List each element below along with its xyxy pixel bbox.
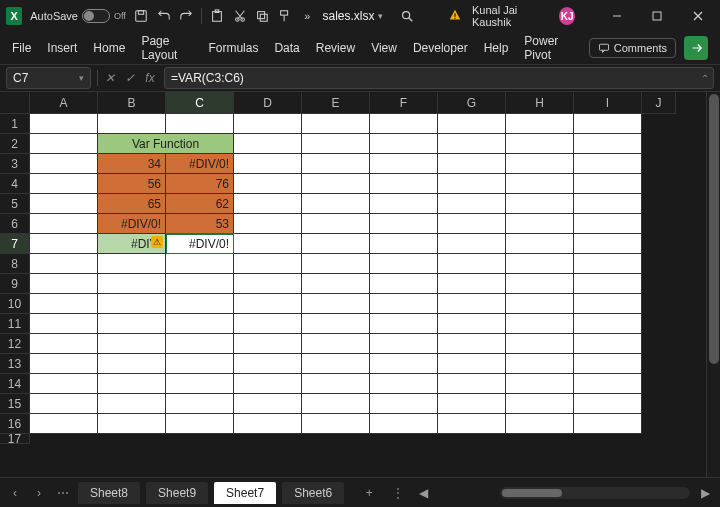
cell[interactable] — [166, 314, 234, 334]
cell[interactable] — [98, 294, 166, 314]
cell-b5[interactable]: 65 — [98, 194, 166, 214]
cell[interactable] — [438, 394, 506, 414]
enter-formula-icon[interactable]: ✓ — [122, 71, 138, 85]
cell[interactable] — [30, 234, 98, 254]
cell[interactable] — [234, 354, 302, 374]
sheet-list-icon[interactable]: ⋯ — [54, 486, 72, 500]
cell[interactable] — [438, 314, 506, 334]
share-button[interactable] — [684, 36, 708, 60]
cell[interactable] — [302, 334, 370, 354]
cell[interactable] — [234, 294, 302, 314]
cell[interactable] — [370, 194, 438, 214]
select-all-corner[interactable] — [0, 92, 30, 114]
col-header-i[interactable]: I — [574, 92, 642, 114]
col-header-f[interactable]: F — [370, 92, 438, 114]
cell[interactable] — [234, 234, 302, 254]
cell[interactable] — [98, 114, 166, 134]
copy-icon[interactable] — [255, 8, 269, 24]
row-header[interactable]: 5 — [0, 194, 30, 214]
cell[interactable] — [574, 414, 642, 434]
cell[interactable] — [370, 374, 438, 394]
cell[interactable] — [574, 354, 642, 374]
row-header[interactable]: 6 — [0, 214, 30, 234]
scroll-thumb[interactable] — [502, 489, 562, 497]
sheet-nav-next-icon[interactable]: › — [30, 486, 48, 500]
cell[interactable] — [302, 214, 370, 234]
cell[interactable] — [30, 374, 98, 394]
cell[interactable] — [506, 194, 574, 214]
cell[interactable] — [574, 114, 642, 134]
row-header[interactable]: 2 — [0, 134, 30, 154]
cell[interactable] — [234, 414, 302, 434]
name-box[interactable]: C7 ▾ — [6, 67, 91, 89]
cell[interactable] — [574, 334, 642, 354]
cell[interactable] — [30, 294, 98, 314]
row-header[interactable]: 12 — [0, 334, 30, 354]
cell[interactable] — [234, 194, 302, 214]
cell[interactable] — [506, 334, 574, 354]
col-header-g[interactable]: G — [438, 92, 506, 114]
cell-c7[interactable]: #DIV/0! — [166, 234, 234, 254]
cell[interactable] — [166, 294, 234, 314]
cell[interactable] — [302, 314, 370, 334]
sheet-tab-active[interactable]: Sheet7 — [214, 482, 276, 504]
autosave-toggle[interactable]: AutoSave Off — [30, 9, 126, 23]
cell[interactable] — [166, 374, 234, 394]
cell[interactable] — [302, 294, 370, 314]
row-header[interactable]: 1 — [0, 114, 30, 134]
row-header[interactable]: 13 — [0, 354, 30, 374]
cell[interactable] — [98, 394, 166, 414]
cell[interactable] — [574, 134, 642, 154]
cell[interactable] — [302, 254, 370, 274]
cell[interactable] — [370, 414, 438, 434]
close-button[interactable] — [682, 2, 715, 30]
cell[interactable] — [370, 134, 438, 154]
cell[interactable] — [574, 294, 642, 314]
cell[interactable] — [574, 374, 642, 394]
cell-b7[interactable]: #DIV/ ⚠ — [98, 234, 166, 254]
cell[interactable] — [438, 174, 506, 194]
cell[interactable] — [506, 274, 574, 294]
cell[interactable] — [30, 414, 98, 434]
cell[interactable] — [302, 174, 370, 194]
col-header-j[interactable]: J — [642, 92, 676, 114]
cut-icon[interactable] — [233, 8, 247, 24]
cell[interactable] — [370, 114, 438, 134]
cell-c5[interactable]: 62 — [166, 194, 234, 214]
cell[interactable] — [506, 294, 574, 314]
cell-c3[interactable]: #DIV/0! — [166, 154, 234, 174]
cell[interactable] — [438, 214, 506, 234]
paste-icon[interactable] — [210, 8, 224, 24]
tab-insert[interactable]: Insert — [47, 36, 77, 60]
avatar[interactable]: KJ — [559, 7, 575, 25]
cell[interactable] — [438, 374, 506, 394]
tab-power-pivot[interactable]: Power Pivot — [524, 29, 572, 67]
hscroll-left-icon[interactable]: ◀ — [414, 486, 432, 500]
row-header[interactable]: 3 — [0, 154, 30, 174]
document-title[interactable]: sales.xlsx ▾ — [322, 9, 383, 23]
cell[interactable] — [506, 134, 574, 154]
cell[interactable] — [30, 334, 98, 354]
row-header[interactable]: 4 — [0, 174, 30, 194]
cell[interactable] — [234, 314, 302, 334]
cell[interactable] — [370, 174, 438, 194]
tab-home[interactable]: Home — [93, 36, 125, 60]
toggle-icon[interactable] — [82, 9, 110, 23]
row-header[interactable]: 9 — [0, 274, 30, 294]
cell[interactable] — [370, 314, 438, 334]
cell[interactable] — [506, 254, 574, 274]
cell[interactable] — [506, 154, 574, 174]
cell[interactable] — [574, 174, 642, 194]
cell[interactable] — [30, 354, 98, 374]
cell[interactable] — [574, 314, 642, 334]
fx-icon[interactable]: fx — [142, 71, 158, 85]
cell[interactable] — [234, 254, 302, 274]
col-header-b[interactable]: B — [98, 92, 166, 114]
cell[interactable] — [30, 154, 98, 174]
cell-c4[interactable]: 76 — [166, 174, 234, 194]
cell[interactable] — [574, 234, 642, 254]
tab-help[interactable]: Help — [484, 36, 509, 60]
cell[interactable] — [438, 274, 506, 294]
cell[interactable] — [98, 254, 166, 274]
cell[interactable] — [574, 214, 642, 234]
